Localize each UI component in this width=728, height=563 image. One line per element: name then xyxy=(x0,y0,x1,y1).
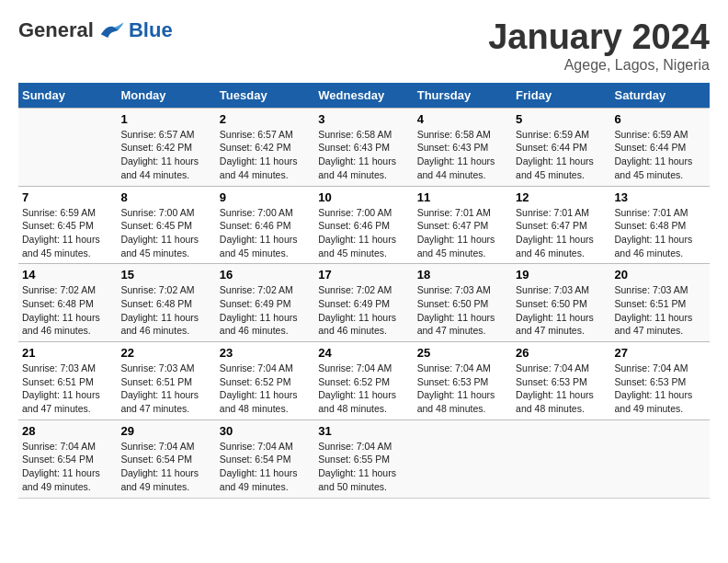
sunrise-text: Sunrise: 7:04 AM xyxy=(615,362,706,375)
sunset-text: Sunset: 6:52 PM xyxy=(318,375,409,389)
daylight-text: Daylight: 11 hours and 45 minutes. xyxy=(516,155,607,181)
daylight-text: Daylight: 11 hours and 47 minutes. xyxy=(516,311,607,338)
day-cell: 7Sunrise: 6:59 AMSunset: 6:45 PMDaylight… xyxy=(18,186,117,264)
header-friday: Friday xyxy=(512,83,610,109)
sunset-text: Sunset: 6:53 PM xyxy=(615,375,706,389)
day-number: 12 xyxy=(516,190,607,204)
day-info: Sunrise: 7:04 AMSunset: 6:53 PMDaylight:… xyxy=(615,362,706,416)
sunrise-text: Sunrise: 7:04 AM xyxy=(318,440,409,454)
daylight-text: Daylight: 11 hours and 47 minutes. xyxy=(417,311,508,338)
day-cell: 18Sunrise: 7:03 AMSunset: 6:50 PMDayligh… xyxy=(414,264,512,342)
day-info: Sunrise: 7:02 AMSunset: 6:48 PMDaylight:… xyxy=(120,283,211,338)
day-cell: 13Sunrise: 7:01 AMSunset: 6:48 PMDayligh… xyxy=(611,186,710,264)
day-info: Sunrise: 6:59 AMSunset: 6:44 PMDaylight:… xyxy=(615,128,706,182)
daylight-text: Daylight: 11 hours and 48 minutes. xyxy=(417,388,508,415)
sunset-text: Sunset: 6:53 PM xyxy=(417,375,508,389)
calendar-table: SundayMondayTuesdayWednesdayThursdayFrid… xyxy=(18,83,710,499)
sunrise-text: Sunrise: 7:00 AM xyxy=(318,206,409,220)
day-number: 11 xyxy=(417,190,508,204)
sunrise-text: Sunrise: 7:03 AM xyxy=(120,362,211,375)
sunrise-text: Sunrise: 7:03 AM xyxy=(22,362,113,375)
daylight-text: Daylight: 11 hours and 46 minutes. xyxy=(22,311,113,338)
logo-blue: Blue xyxy=(129,18,173,42)
day-cell xyxy=(512,419,610,498)
daylight-text: Daylight: 11 hours and 47 minutes. xyxy=(615,311,706,338)
day-info: Sunrise: 7:03 AMSunset: 6:50 PMDaylight:… xyxy=(516,283,607,338)
logo-bird-icon xyxy=(97,19,125,42)
day-cell: 20Sunrise: 7:03 AMSunset: 6:51 PMDayligh… xyxy=(611,264,710,342)
day-info: Sunrise: 7:00 AMSunset: 6:46 PMDaylight:… xyxy=(220,206,311,260)
day-info: Sunrise: 7:02 AMSunset: 6:49 PMDaylight:… xyxy=(220,283,311,338)
day-number: 30 xyxy=(220,424,311,438)
day-cell: 28Sunrise: 7:04 AMSunset: 6:54 PMDayligh… xyxy=(18,419,117,498)
sunrise-text: Sunrise: 7:01 AM xyxy=(516,206,607,220)
day-number: 14 xyxy=(22,268,113,282)
sunrise-text: Sunrise: 7:04 AM xyxy=(120,440,211,454)
sunrise-text: Sunrise: 6:59 AM xyxy=(22,206,113,220)
day-cell: 29Sunrise: 7:04 AMSunset: 6:54 PMDayligh… xyxy=(117,419,215,498)
daylight-text: Daylight: 11 hours and 46 minutes. xyxy=(220,311,311,338)
page-header: General Blue January 2024 Agege, Lagos, … xyxy=(18,18,710,74)
day-cell: 15Sunrise: 7:02 AMSunset: 6:48 PMDayligh… xyxy=(117,264,215,342)
day-number: 1 xyxy=(120,112,211,126)
day-number: 10 xyxy=(318,190,409,204)
sunrise-text: Sunrise: 7:04 AM xyxy=(516,362,607,375)
daylight-text: Daylight: 11 hours and 45 minutes. xyxy=(615,155,706,181)
sunset-text: Sunset: 6:44 PM xyxy=(516,141,607,155)
sunset-text: Sunset: 6:45 PM xyxy=(120,219,211,233)
day-info: Sunrise: 7:01 AMSunset: 6:47 PMDaylight:… xyxy=(417,206,508,260)
sunset-text: Sunset: 6:53 PM xyxy=(516,375,607,389)
sunrise-text: Sunrise: 7:04 AM xyxy=(22,440,113,454)
day-cell: 30Sunrise: 7:04 AMSunset: 6:54 PMDayligh… xyxy=(216,419,314,498)
day-info: Sunrise: 7:04 AMSunset: 6:53 PMDaylight:… xyxy=(516,362,607,416)
daylight-text: Daylight: 11 hours and 49 minutes. xyxy=(22,466,113,493)
day-info: Sunrise: 7:00 AMSunset: 6:45 PMDaylight:… xyxy=(120,206,211,260)
daylight-text: Daylight: 11 hours and 45 minutes. xyxy=(120,233,211,259)
daylight-text: Daylight: 11 hours and 45 minutes. xyxy=(417,233,508,259)
day-cell xyxy=(611,419,710,498)
month-title: January 2024 xyxy=(488,18,710,57)
logo: General Blue xyxy=(18,18,173,42)
daylight-text: Daylight: 11 hours and 46 minutes. xyxy=(120,311,211,338)
sunrise-text: Sunrise: 7:01 AM xyxy=(417,206,508,220)
sunrise-text: Sunrise: 6:58 AM xyxy=(417,128,508,142)
sunrise-text: Sunrise: 7:04 AM xyxy=(220,440,311,454)
sunset-text: Sunset: 6:44 PM xyxy=(615,141,706,155)
day-number: 15 xyxy=(120,268,211,282)
sunset-text: Sunset: 6:51 PM xyxy=(120,375,211,389)
sunrise-text: Sunrise: 6:57 AM xyxy=(120,128,211,142)
sunrise-text: Sunrise: 7:04 AM xyxy=(220,362,311,375)
daylight-text: Daylight: 11 hours and 44 minutes. xyxy=(120,155,211,181)
day-cell: 22Sunrise: 7:03 AMSunset: 6:51 PMDayligh… xyxy=(117,342,215,420)
day-number: 8 xyxy=(120,190,211,204)
day-cell xyxy=(414,419,512,498)
day-info: Sunrise: 7:02 AMSunset: 6:48 PMDaylight:… xyxy=(22,283,113,338)
sunrise-text: Sunrise: 6:59 AM xyxy=(615,128,706,142)
day-cell: 12Sunrise: 7:01 AMSunset: 6:47 PMDayligh… xyxy=(512,186,610,264)
sunset-text: Sunset: 6:45 PM xyxy=(22,219,113,233)
day-cell: 31Sunrise: 7:04 AMSunset: 6:55 PMDayligh… xyxy=(314,419,413,498)
day-info: Sunrise: 7:04 AMSunset: 6:54 PMDaylight:… xyxy=(120,440,211,494)
daylight-text: Daylight: 11 hours and 46 minutes. xyxy=(318,311,409,338)
day-cell: 16Sunrise: 7:02 AMSunset: 6:49 PMDayligh… xyxy=(216,264,314,342)
sunset-text: Sunset: 6:46 PM xyxy=(220,219,311,233)
day-info: Sunrise: 7:01 AMSunset: 6:47 PMDaylight:… xyxy=(516,206,607,260)
day-number: 17 xyxy=(318,268,409,282)
daylight-text: Daylight: 11 hours and 47 minutes. xyxy=(120,388,211,415)
day-info: Sunrise: 7:03 AMSunset: 6:51 PMDaylight:… xyxy=(120,362,211,416)
sunset-text: Sunset: 6:55 PM xyxy=(318,453,409,466)
daylight-text: Daylight: 11 hours and 44 minutes. xyxy=(220,155,311,181)
day-info: Sunrise: 7:04 AMSunset: 6:54 PMDaylight:… xyxy=(220,440,311,494)
sunrise-text: Sunrise: 7:00 AM xyxy=(220,206,311,220)
day-info: Sunrise: 7:03 AMSunset: 6:50 PMDaylight:… xyxy=(417,283,508,338)
sunset-text: Sunset: 6:42 PM xyxy=(120,141,211,155)
day-number: 2 xyxy=(220,112,311,126)
day-number: 13 xyxy=(615,190,706,204)
day-number: 16 xyxy=(220,268,311,282)
day-number: 29 xyxy=(120,424,211,438)
day-info: Sunrise: 7:04 AMSunset: 6:55 PMDaylight:… xyxy=(318,440,409,494)
day-cell: 25Sunrise: 7:04 AMSunset: 6:53 PMDayligh… xyxy=(414,342,512,420)
daylight-text: Daylight: 11 hours and 50 minutes. xyxy=(318,466,409,493)
daylight-text: Daylight: 11 hours and 49 minutes. xyxy=(615,388,706,415)
daylight-text: Daylight: 11 hours and 48 minutes. xyxy=(220,388,311,415)
